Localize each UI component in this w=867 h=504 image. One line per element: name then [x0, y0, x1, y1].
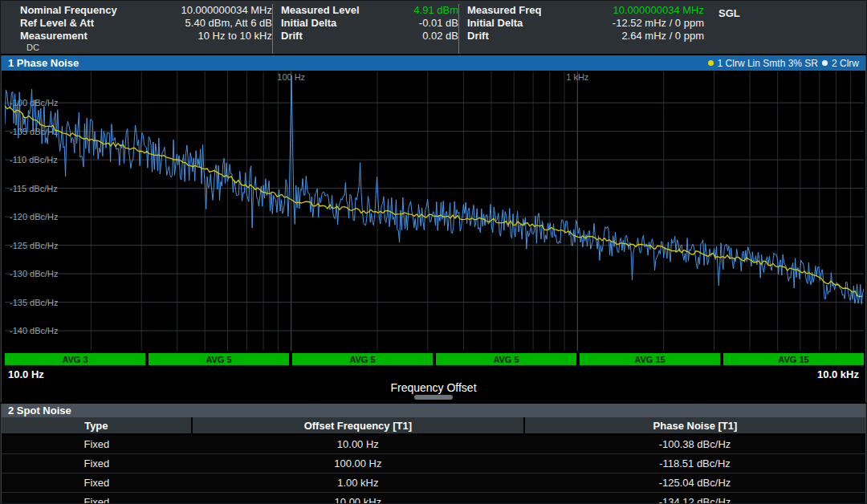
- spot-type[interactable]: Fixed: [2, 474, 192, 493]
- phase-noise-window: 1 Phase Noise 1 Clrw Lin Smth 3% SR 2 Cl…: [1, 55, 866, 402]
- measured-freq-label: Measured Freq: [467, 4, 541, 16]
- spot-type[interactable]: Fixed: [2, 434, 192, 454]
- avg-segment-label: AVG 15: [778, 355, 808, 364]
- table-row[interactable]: Fixed 10.00 Hz -100.38 dBc/Hz: [2, 434, 865, 454]
- level-drift-value: 0.02 dB: [422, 30, 458, 42]
- x-axis-endpoints: 10.0 Hz 10.0 kHz: [2, 367, 865, 381]
- level-drift-label: Drift: [281, 30, 303, 42]
- avg-segment-label: AVG 3: [62, 355, 88, 364]
- trace2-dot-icon: [822, 60, 828, 66]
- spot-type[interactable]: Fixed: [2, 454, 192, 474]
- freq-initial-delta-label: Initial Delta: [467, 17, 523, 29]
- spot-offset[interactable]: 100.00 Hz: [192, 454, 524, 474]
- spot-offset[interactable]: 1.00 kHz: [192, 474, 524, 493]
- y-tick-label: -130 dBc/Hz: [10, 269, 59, 278]
- avg-segment-label: AVG 5: [493, 355, 519, 364]
- scrollbar-thumb[interactable]: [414, 395, 453, 400]
- column-header-phase-noise: Phase Noise [T1]: [524, 417, 865, 434]
- level-initial-delta-value: -0.01 dB: [419, 17, 458, 29]
- x-start-label: 10.0 Hz: [8, 368, 44, 380]
- ref-level-value[interactable]: 5.40 dBm, Att 6 dB: [185, 17, 272, 29]
- trace1-legend-label[interactable]: 1 Clrw Lin Smth 3% SR: [718, 58, 818, 69]
- table-header-row: Type Offset Frequency [T1] Phase Noise […: [2, 417, 865, 434]
- x-axis-title: Frequency Offset: [2, 381, 865, 395]
- y-tick-label: -120 dBc/Hz: [10, 212, 59, 222]
- avg-segment-label: AVG 5: [349, 355, 375, 364]
- measurement-header: Nominal Frequency10.000000034 MHz Ref Le…: [1, 1, 866, 55]
- analyzer-screen: Nominal Frequency10.000000034 MHz Ref Le…: [0, 0, 867, 504]
- scrollbar-track: [2, 395, 865, 402]
- nominal-frequency-value[interactable]: 10.000000034 MHz: [181, 4, 272, 16]
- y-tick-label: -140 dBc/Hz: [10, 326, 59, 335]
- spot-noise-titlebar[interactable]: 2 Spot Noise: [2, 404, 865, 417]
- spot-offset[interactable]: 10.00 Hz: [192, 434, 524, 454]
- spot-phase-noise[interactable]: -100.38 dBc/Hz: [524, 434, 865, 454]
- table-row[interactable]: Fixed 100.00 Hz -118.51 dBc/Hz: [2, 454, 865, 474]
- measured-freq-block: Measured Freq10.000000034 MHz Initial De…: [458, 4, 704, 54]
- phase-noise-chart[interactable]: -100 dBc/Hz-105 dBc/Hz-110 dBc/Hz-115 dB…: [2, 71, 865, 367]
- phase-noise-title: 1 Phase Noise: [8, 57, 79, 69]
- spot-type[interactable]: Fixed: [2, 493, 192, 504]
- spot-offset[interactable]: 10.00 kHz: [192, 493, 524, 504]
- coupling-indicator: DC: [26, 43, 272, 52]
- y-tick-label: -115 dBc/Hz: [10, 184, 58, 193]
- single-sweep-indicator: SGL: [704, 4, 740, 54]
- y-tick-label: -105 dBc/Hz: [10, 127, 59, 136]
- spot-phase-noise[interactable]: -118.51 dBc/Hz: [524, 454, 865, 474]
- measured-level-block: Measured Level4.91 dBm Initial Delta-0.0…: [272, 4, 458, 54]
- measured-level-value: 4.91 dBm: [413, 4, 458, 16]
- column-header-type: Type: [2, 417, 192, 434]
- nominal-frequency-label: Nominal Frequency: [20, 4, 117, 16]
- measurement-label: Measurement: [20, 30, 88, 42]
- freq-drift-label: Drift: [467, 30, 489, 42]
- measurement-range-value[interactable]: 10 Hz to 10 kHz: [198, 30, 273, 42]
- spot-noise-window: 2 Spot Noise Type Offset Frequency [T1] …: [1, 404, 866, 504]
- frequency-settings-block: Nominal Frequency10.000000034 MHz Ref Le…: [1, 4, 272, 54]
- trace-measured[interactable]: [5, 75, 864, 304]
- trace1-dot-icon: [708, 60, 714, 66]
- trace2-legend-label[interactable]: 2 Clrw: [832, 58, 859, 69]
- ref-level-label: Ref Level & Att: [20, 17, 94, 29]
- freq-drift-value: 2.64 mHz / 0 ppm: [621, 30, 704, 42]
- y-tick-label: -135 dBc/Hz: [10, 298, 59, 307]
- spot-phase-noise[interactable]: -134.12 dBc/Hz: [524, 493, 865, 504]
- x-decade-label: 1 kHz: [566, 72, 588, 82]
- y-tick-label: -125 dBc/Hz: [10, 241, 59, 250]
- spot-noise-table: Type Offset Frequency [T1] Phase Noise […: [2, 417, 865, 504]
- y-tick-label: -110 dBc/Hz: [10, 155, 58, 165]
- avg-segment-label: AVG 15: [634, 355, 665, 364]
- avg-segment-label: AVG 5: [206, 355, 231, 364]
- table-row[interactable]: Fixed 10.00 kHz -134.12 dBc/Hz: [2, 493, 865, 504]
- trace-legend: 1 Clrw Lin Smth 3% SR 2 Clrw: [708, 58, 859, 69]
- freq-initial-delta-value: -12.52 mHz / 0 ppm: [613, 17, 704, 29]
- spot-phase-noise[interactable]: -125.04 dBc/Hz: [524, 474, 865, 493]
- x-stop-label: 10.0 kHz: [817, 368, 859, 380]
- measured-level-label: Measured Level: [281, 4, 360, 16]
- phase-noise-titlebar[interactable]: 1 Phase Noise 1 Clrw Lin Smth 3% SR 2 Cl…: [2, 55, 865, 71]
- column-header-offset-frequency: Offset Frequency [T1]: [192, 417, 524, 434]
- level-initial-delta-label: Initial Delta: [281, 17, 336, 29]
- table-row[interactable]: Fixed 1.00 kHz -125.04 dBc/Hz: [2, 474, 865, 493]
- measured-freq-value: 10.000000034 MHz: [613, 4, 704, 16]
